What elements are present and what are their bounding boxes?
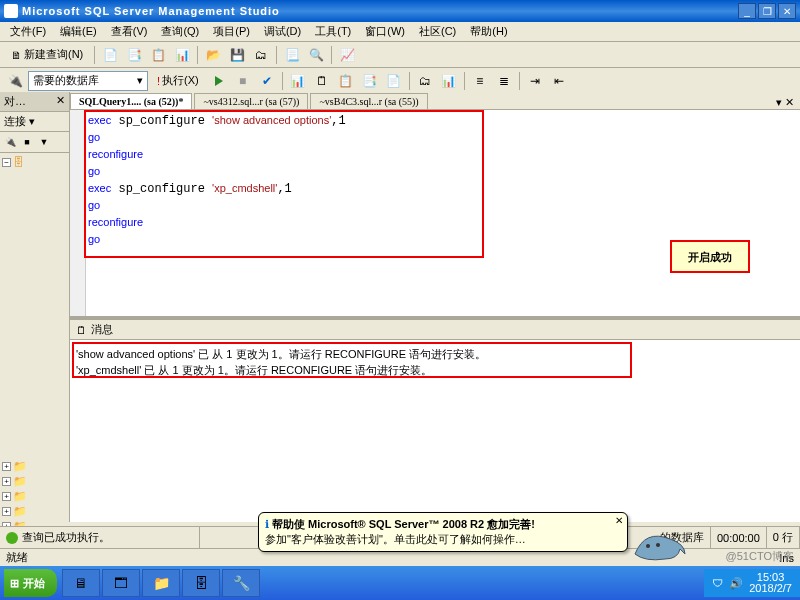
clock-date: 2018/2/7 [749, 583, 792, 594]
outdent-icon[interactable]: ⇤ [548, 70, 570, 92]
ex-icon-2[interactable]: ■ [19, 134, 35, 150]
connect-dropdown[interactable]: 连接 ▾ [0, 112, 69, 132]
new-query-icon: 🗎 [11, 49, 22, 61]
server-icon: 🗄 [13, 156, 24, 168]
success-callout: 开启成功 [670, 240, 750, 273]
indent-icon[interactable]: ⇥ [524, 70, 546, 92]
new-query-button[interactable]: 🗎 新建查询(N) [4, 44, 90, 66]
tb-icon-2[interactable]: 📑 [123, 44, 145, 66]
task-icon-4[interactable]: 🗄 [182, 569, 220, 597]
parse-icon[interactable]: ✔ [256, 70, 278, 92]
tb2-e[interactable]: 📄 [383, 70, 405, 92]
messages-pane[interactable]: 'show advanced options' 已 从 1 更改为 1。请运行 … [70, 340, 800, 522]
editor-tabs: SQLQuery1.... (sa (52))* ~vs4312.sql...r… [70, 92, 800, 110]
menu-debug[interactable]: 调试(D) [258, 22, 307, 41]
mascot-icon [630, 524, 690, 564]
tab-close-icon[interactable]: ▾ ✕ [770, 96, 800, 109]
menu-edit[interactable]: 编辑(E) [54, 22, 103, 41]
menu-query[interactable]: 查询(Q) [155, 22, 205, 41]
panel-close-icon[interactable]: ✕ [56, 94, 65, 109]
ex-icon-1[interactable]: 🔌 [2, 134, 18, 150]
task-icon-1[interactable]: 🖥 [62, 569, 100, 597]
connect-icon[interactable]: 🔌 [4, 70, 26, 92]
task-icon-5[interactable]: 🔧 [222, 569, 260, 597]
uncomment-icon[interactable]: ≣ [493, 70, 515, 92]
activity-icon[interactable]: 📈 [336, 44, 358, 66]
code-editor[interactable]: exec sp_configure 'show advanced options… [70, 110, 800, 320]
tb2-g[interactable]: 📊 [438, 70, 460, 92]
svg-point-0 [646, 544, 650, 548]
editor-gutter [70, 110, 86, 316]
tree-node[interactable]: +📁 [2, 459, 67, 474]
database-combo[interactable]: 需要的数据库 ▾ [28, 71, 148, 91]
toolbar-query: 🔌 需要的数据库 ▾ ! 执行(X) ■ ✔ 📊 🗒 📋 📑 📄 🗂 📊 ≡ ≣… [0, 68, 800, 94]
tb2-d[interactable]: 📑 [359, 70, 381, 92]
stop-icon[interactable]: ■ [232, 70, 254, 92]
database-selected: 需要的数据库 [33, 73, 99, 88]
tb2-f[interactable]: 🗂 [414, 70, 436, 92]
system-tray[interactable]: 🛡 🔊 15:03 2018/2/7 [704, 569, 800, 597]
watermark: @51CTO博客 [726, 549, 794, 564]
comment-icon[interactable]: ≡ [469, 70, 491, 92]
open-icon[interactable]: 📂 [202, 44, 224, 66]
close-button[interactable]: ✕ [778, 3, 796, 19]
tb-icon-b[interactable]: 🔍 [305, 44, 327, 66]
execute-button[interactable]: ! 执行(X) [150, 70, 206, 92]
tree-node[interactable]: +📁 [2, 474, 67, 489]
restore-button[interactable]: ❐ [758, 3, 776, 19]
tb-icon-1[interactable]: 📄 [99, 44, 121, 66]
menu-project[interactable]: 项目(P) [207, 22, 256, 41]
tree-node[interactable]: +📁 [2, 504, 67, 519]
panel-title: 对… [4, 94, 26, 109]
balloon-body: 参加"客户体验改善计划"。单击此处可了解如何操作… [265, 532, 607, 547]
balloon-close-icon[interactable]: ✕ [615, 515, 623, 526]
tab-vs4312[interactable]: ~vs4312.sql...r (sa (57)) [194, 93, 308, 109]
menu-community[interactable]: 社区(C) [413, 22, 462, 41]
tb-icon-4[interactable]: 📊 [171, 44, 193, 66]
tb2-a[interactable]: 📊 [287, 70, 309, 92]
menu-file[interactable]: 文件(F) [4, 22, 52, 41]
ex-icon-3[interactable]: ▼ [36, 134, 52, 150]
saveall-icon[interactable]: 🗂 [250, 44, 272, 66]
tb2-b[interactable]: 🗒 [311, 70, 333, 92]
tree-node[interactable]: +📁 [2, 489, 67, 504]
window-title: Microsoft SQL Server Management Studio [22, 5, 738, 17]
start-button[interactable]: ⊞ 开始 [4, 569, 57, 597]
explorer-toolbar: 🔌 ■ ▼ [0, 132, 69, 153]
tab-sqlquery1[interactable]: SQLQuery1.... (sa (52))* [70, 93, 192, 109]
status-time: 00:00:00 [717, 532, 760, 544]
object-tree[interactable]: − 🗄 +📁 +📁 +📁 +📁 +📁 [0, 153, 69, 536]
svg-point-1 [656, 543, 660, 547]
notification-balloon[interactable]: ✕ ℹ 帮助使 Microsoft® SQL Server™ 2008 R2 愈… [258, 512, 628, 552]
tab-vsb4c3[interactable]: ~vsB4C3.sql...r (sa (55)) [310, 93, 427, 109]
task-icon-2[interactable]: 🗔 [102, 569, 140, 597]
save-icon[interactable]: 💾 [226, 44, 248, 66]
menu-view[interactable]: 查看(V) [105, 22, 154, 41]
menu-tools[interactable]: 工具(T) [309, 22, 357, 41]
expand-icon[interactable]: − [2, 158, 11, 167]
window-titlebar: Microsoft SQL Server Management Studio _… [0, 0, 800, 22]
object-explorer: 对… ✕ 连接 ▾ 🔌 ■ ▼ − 🗄 +📁 +📁 +📁 +📁 +📁 [0, 92, 70, 522]
menu-window[interactable]: 窗口(W) [359, 22, 411, 41]
chevron-down-icon: ▾ [137, 74, 143, 87]
debug-play-icon[interactable] [208, 70, 230, 92]
tb2-c[interactable]: 📋 [335, 70, 357, 92]
messages-tab[interactable]: 🗒 消息 [70, 320, 800, 340]
tb-icon-3[interactable]: 📋 [147, 44, 169, 66]
menu-help[interactable]: 帮助(H) [464, 22, 513, 41]
messages-label: 消息 [91, 322, 113, 337]
balloon-title: 帮助使 Microsoft® SQL Server™ 2008 R2 愈加完善! [272, 518, 535, 530]
ready-label: 就绪 [6, 550, 28, 565]
main-area: SQLQuery1.... (sa (52))* ~vs4312.sql...r… [70, 92, 800, 522]
task-icon-3[interactable]: 📁 [142, 569, 180, 597]
tb-icon-a[interactable]: 📃 [281, 44, 303, 66]
info-icon: ℹ [265, 518, 269, 530]
success-icon [6, 532, 18, 544]
windows-logo-icon: ⊞ [10, 577, 19, 590]
tree-server-node[interactable]: − 🗄 [2, 155, 67, 169]
new-query-label: 新建查询(N) [24, 47, 83, 62]
messages-icon: 🗒 [76, 324, 87, 336]
tray-icon[interactable]: 🔊 [729, 577, 743, 590]
tray-icon[interactable]: 🛡 [712, 577, 723, 589]
minimize-button[interactable]: _ [738, 3, 756, 19]
